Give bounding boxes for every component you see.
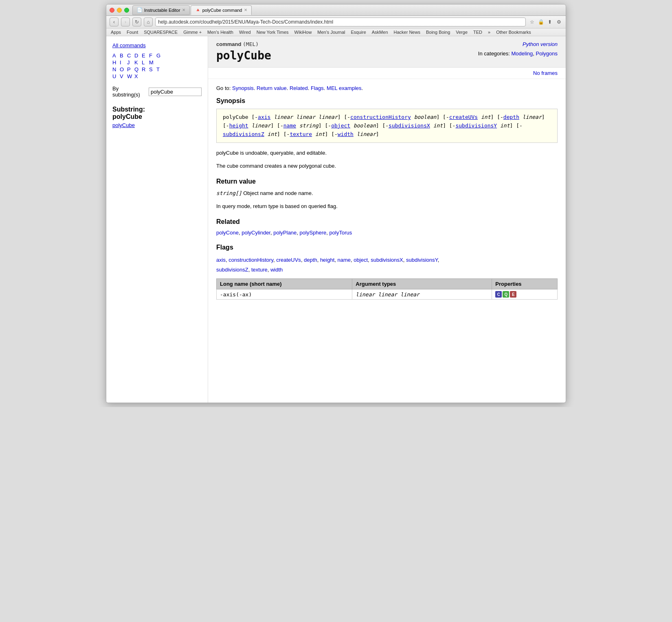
- bookmark-esquire[interactable]: Esquire: [349, 29, 367, 35]
- alpha-C[interactable]: C: [127, 53, 133, 59]
- address-bar[interactable]: [158, 19, 523, 25]
- alpha-I[interactable]: I: [120, 59, 125, 66]
- alpha-P[interactable]: P: [127, 66, 133, 72]
- substring-input[interactable]: [149, 88, 202, 96]
- polycone-link[interactable]: polyCone: [216, 230, 239, 236]
- polysphere-link[interactable]: polySphere: [300, 230, 327, 236]
- bookmark-ted[interactable]: TED: [472, 29, 483, 35]
- all-commands-link[interactable]: All commands: [112, 42, 202, 48]
- no-frames-link[interactable]: No frames: [533, 70, 558, 76]
- tab-instructable-editor[interactable]: 📄 Instructable Editor ✕: [132, 5, 190, 15]
- bookmark-wikihow[interactable]: WikiHow: [293, 29, 313, 35]
- flag-object[interactable]: object: [354, 257, 368, 263]
- alpha-H[interactable]: H: [112, 59, 118, 66]
- depth-link[interactable]: depth: [503, 114, 519, 120]
- flag-construction-history[interactable]: constructionHistory: [228, 257, 273, 263]
- bookmark-boing-boing[interactable]: Boing Boing: [425, 29, 451, 35]
- bookmark-askmen[interactable]: AskMen: [371, 29, 389, 35]
- category-modeling-link[interactable]: Modeling: [512, 50, 533, 57]
- goto-related[interactable]: Related: [290, 85, 308, 91]
- bookmark-squarespace[interactable]: SQUARESPACE: [143, 29, 179, 35]
- flag-depth[interactable]: depth: [304, 257, 317, 263]
- back-button[interactable]: ‹: [110, 18, 119, 26]
- alpha-L[interactable]: L: [142, 59, 147, 66]
- polytorus-link[interactable]: polyTorus: [329, 230, 352, 236]
- flag-height[interactable]: height: [320, 257, 334, 263]
- lock-icon: 🔒: [537, 18, 545, 26]
- alpha-T[interactable]: T: [156, 66, 162, 72]
- star-icon[interactable]: ☆: [528, 18, 536, 26]
- bookmark-verge[interactable]: Verge: [455, 29, 469, 35]
- flag-subdivisionsZ[interactable]: subdivisionsZ: [216, 267, 248, 273]
- alpha-F[interactable]: F: [149, 53, 155, 59]
- subdivisionsX-link[interactable]: subdivisionsX: [389, 123, 430, 129]
- sidebar-polycube-link[interactable]: polyCube: [112, 122, 135, 128]
- name-link[interactable]: name: [283, 123, 296, 129]
- axis-link[interactable]: axis: [258, 114, 270, 120]
- alpha-R[interactable]: R: [142, 66, 147, 72]
- subdivisionsY-link[interactable]: subdivisionsY: [455, 123, 497, 129]
- minimize-button[interactable]: [117, 8, 122, 13]
- flags-table: Long name (short name) Argument types Pr…: [216, 278, 558, 300]
- object-link[interactable]: object: [331, 123, 350, 129]
- forward-button[interactable]: ›: [121, 18, 130, 26]
- alpha-G[interactable]: G: [156, 53, 162, 59]
- bookmark-fount[interactable]: Fount: [125, 29, 139, 35]
- bookmark-wired[interactable]: Wired: [238, 29, 252, 35]
- alpha-X[interactable]: X: [134, 73, 140, 79]
- python-version-link[interactable]: Python version: [523, 41, 558, 47]
- polyplane-link[interactable]: polyPlane: [273, 230, 296, 236]
- height-link[interactable]: height: [229, 123, 248, 129]
- flag-texture[interactable]: texture: [251, 267, 268, 273]
- subdivisionsZ-link[interactable]: subdivisionsZ: [223, 131, 264, 137]
- tab-close-icon[interactable]: ✕: [244, 8, 247, 12]
- flag-name[interactable]: name: [338, 257, 351, 263]
- alpha-K[interactable]: K: [134, 59, 140, 66]
- flag-width[interactable]: width: [270, 267, 283, 273]
- goto-synopsis[interactable]: Synopsis: [232, 85, 254, 91]
- home-button[interactable]: ⌂: [144, 18, 153, 26]
- bookmark-hacker-news[interactable]: Hacker News: [393, 29, 422, 35]
- alpha-S[interactable]: S: [149, 66, 155, 72]
- bookmark-mens-health[interactable]: Men's Health: [206, 29, 235, 35]
- alpha-N[interactable]: N: [112, 66, 118, 72]
- alpha-E[interactable]: E: [142, 53, 147, 59]
- close-button[interactable]: [110, 8, 114, 13]
- goto-mel-examples[interactable]: MEL examples: [327, 85, 362, 91]
- alpha-M[interactable]: M: [149, 59, 155, 66]
- bookmark-gimme[interactable]: Gimme +: [182, 29, 203, 35]
- polycylinder-link[interactable]: polyCylinder: [242, 230, 270, 236]
- flag-axis[interactable]: axis: [216, 257, 226, 263]
- width-link[interactable]: width: [338, 131, 354, 137]
- tab-close-icon[interactable]: ✕: [182, 8, 185, 12]
- share-icon[interactable]: ⬆: [546, 18, 553, 26]
- tab-polycube-command[interactable]: 🔺 polyCube command ✕: [191, 5, 252, 15]
- flag-createuvs[interactable]: createUVs: [276, 257, 301, 263]
- alpha-V[interactable]: V: [120, 73, 125, 79]
- flag-subdivisionsY[interactable]: subdivisionsY: [406, 257, 438, 263]
- goto-flags[interactable]: Flags: [311, 85, 324, 91]
- bookmark-apps[interactable]: Apps: [110, 29, 122, 35]
- alpha-D[interactable]: D: [134, 53, 140, 59]
- alpha-A[interactable]: A: [112, 53, 118, 59]
- alpha-J[interactable]: J: [127, 59, 133, 66]
- alpha-W[interactable]: W: [127, 73, 133, 79]
- texture-link[interactable]: texture: [290, 131, 312, 137]
- alpha-O[interactable]: O: [120, 66, 125, 72]
- category-polygons-link[interactable]: Polygons: [536, 50, 558, 57]
- settings-icon[interactable]: ⚙: [555, 18, 562, 26]
- createuvs-link[interactable]: createUVs: [449, 114, 478, 120]
- reload-button[interactable]: ↻: [132, 18, 141, 26]
- construction-history-link[interactable]: constructionHistory: [350, 114, 411, 120]
- maximize-button[interactable]: [124, 8, 129, 13]
- bookmark-more[interactable]: »: [487, 29, 492, 35]
- bookmark-nyt[interactable]: New York Times: [255, 29, 290, 35]
- goto-return-value[interactable]: Return value: [257, 85, 287, 91]
- bookmark-other[interactable]: Other Bookmarks: [495, 29, 532, 35]
- alpha-Q[interactable]: Q: [134, 66, 140, 72]
- alpha-U[interactable]: U: [112, 73, 118, 79]
- bookmark-mens-journal[interactable]: Men's Journal: [316, 29, 346, 35]
- command-header: command (MEL) polyCube Python version In…: [208, 36, 566, 68]
- flag-subdivisionsX[interactable]: subdivisionsX: [371, 257, 403, 263]
- alpha-B[interactable]: B: [120, 53, 125, 59]
